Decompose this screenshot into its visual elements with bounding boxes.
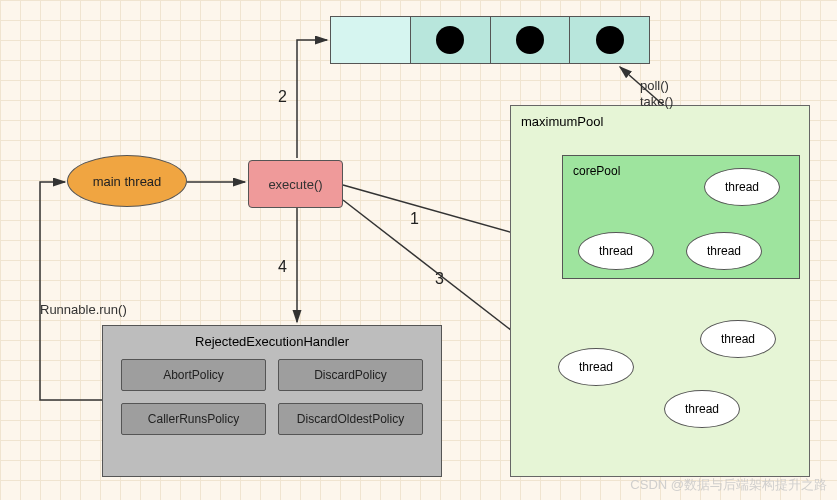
task-queue: [330, 16, 650, 64]
queue-slot-empty: [331, 17, 411, 63]
policy-grid: AbortPolicy DiscardPolicy CallerRunsPoli…: [103, 349, 441, 445]
poll-label: poll(): [640, 78, 669, 93]
thread-core-2: thread: [704, 168, 780, 206]
maximum-pool-label: maximumPool: [521, 114, 603, 129]
thread-max-2: thread: [700, 320, 776, 358]
main-thread-node: main thread: [67, 155, 187, 207]
abort-policy: AbortPolicy: [121, 359, 266, 391]
rejected-execution-handler-box: RejectedExecutionHandler AbortPolicy Dis…: [102, 325, 442, 477]
arrow-num-4: 4: [278, 258, 287, 276]
arrow-num-2: 2: [278, 88, 287, 106]
execute-node: execute(): [248, 160, 343, 208]
runnable-run-label: Runnable.run(): [40, 302, 127, 317]
thread-core-3: thread: [686, 232, 762, 270]
discard-policy: DiscardPolicy: [278, 359, 423, 391]
queue-slot-filled: [411, 17, 491, 63]
thread-max-1: thread: [558, 348, 634, 386]
watermark: CSDN @数据与后端架构提升之路: [630, 476, 827, 494]
task-dot: [516, 26, 544, 54]
rejected-handler-title: RejectedExecutionHandler: [103, 334, 441, 349]
task-dot: [596, 26, 624, 54]
take-label: take(): [640, 94, 673, 109]
queue-slot-filled: [491, 17, 571, 63]
arrow-num-1: 1: [410, 210, 419, 228]
discard-oldest-policy: DiscardOldestPolicy: [278, 403, 423, 435]
caller-runs-policy: CallerRunsPolicy: [121, 403, 266, 435]
arrow-num-3: 3: [435, 270, 444, 288]
task-dot: [436, 26, 464, 54]
thread-core-1: thread: [578, 232, 654, 270]
core-pool-label: corePool: [573, 164, 620, 178]
queue-slot-filled: [570, 17, 649, 63]
thread-max-3: thread: [664, 390, 740, 428]
